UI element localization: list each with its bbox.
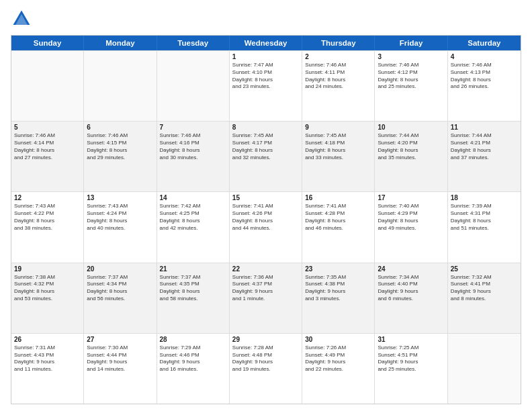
cal-header-tuesday: Tuesday: [157, 36, 230, 50]
cal-cell-day-9: 9Sunrise: 7:45 AM Sunset: 4:18 PM Daylig…: [302, 122, 375, 191]
day-info: Sunrise: 7:45 AM Sunset: 4:17 PM Dayligh…: [232, 132, 299, 161]
day-info: Sunrise: 7:26 AM Sunset: 4:49 PM Dayligh…: [305, 345, 371, 373]
day-info: Sunrise: 7:31 AM Sunset: 4:43 PM Dayligh…: [14, 345, 81, 373]
cal-cell-day-16: 16Sunrise: 7:41 AM Sunset: 4:28 PM Dayli…: [302, 192, 375, 262]
cal-cell-day-28: 28Sunrise: 7:29 AM Sunset: 4:46 PM Dayli…: [157, 334, 230, 404]
cal-cell-day-12: 12Sunrise: 7:43 AM Sunset: 4:22 PM Dayli…: [11, 192, 84, 262]
cal-cell-day-15: 15Sunrise: 7:41 AM Sunset: 4:26 PM Dayli…: [230, 192, 302, 262]
day-number: 31: [378, 336, 444, 343]
cal-week-2: 5Sunrise: 7:46 AM Sunset: 4:14 PM Daylig…: [11, 121, 521, 191]
day-number: 2: [305, 53, 371, 60]
day-info: Sunrise: 7:37 AM Sunset: 4:35 PM Dayligh…: [160, 274, 226, 303]
day-number: 7: [160, 124, 226, 131]
cal-cell-day-19: 19Sunrise: 7:38 AM Sunset: 4:32 PM Dayli…: [11, 263, 84, 333]
day-number: 17: [378, 194, 444, 201]
logo-icon: [11, 8, 32, 30]
cal-header-sunday: Sunday: [11, 36, 84, 50]
day-number: 23: [305, 265, 371, 273]
cal-week-1: 1Sunrise: 7:47 AM Sunset: 4:10 PM Daylig…: [11, 50, 521, 121]
day-info: Sunrise: 7:45 AM Sunset: 4:18 PM Dayligh…: [305, 132, 371, 161]
day-number: 3: [378, 53, 444, 60]
day-info: Sunrise: 7:39 AM Sunset: 4:31 PM Dayligh…: [451, 203, 518, 232]
day-info: Sunrise: 7:47 AM Sunset: 4:10 PM Dayligh…: [232, 62, 299, 91]
cal-cell-day-14: 14Sunrise: 7:42 AM Sunset: 4:25 PM Dayli…: [157, 192, 230, 262]
day-number: 4: [451, 53, 518, 60]
day-info: Sunrise: 7:37 AM Sunset: 4:34 PM Dayligh…: [87, 274, 153, 303]
day-number: 25: [451, 265, 518, 273]
cal-week-5: 26Sunrise: 7:31 AM Sunset: 4:43 PM Dayli…: [11, 333, 521, 404]
cal-cell-day-1: 1Sunrise: 7:47 AM Sunset: 4:10 PM Daylig…: [230, 51, 302, 121]
cal-header-wednesday: Wednesday: [230, 36, 302, 50]
day-number: 5: [14, 124, 81, 131]
cal-cell-empty: [448, 334, 521, 404]
cal-cell-day-18: 18Sunrise: 7:39 AM Sunset: 4:31 PM Dayli…: [448, 192, 521, 262]
day-number: 11: [451, 124, 518, 131]
cal-cell-day-31: 31Sunrise: 7:25 AM Sunset: 4:51 PM Dayli…: [375, 334, 447, 404]
day-info: Sunrise: 7:43 AM Sunset: 4:24 PM Dayligh…: [87, 203, 153, 232]
day-number: 15: [232, 194, 299, 201]
day-info: Sunrise: 7:34 AM Sunset: 4:40 PM Dayligh…: [378, 274, 444, 303]
day-number: 12: [14, 194, 81, 201]
cal-cell-day-27: 27Sunrise: 7:30 AM Sunset: 4:44 PM Dayli…: [84, 334, 157, 404]
cal-cell-day-26: 26Sunrise: 7:31 AM Sunset: 4:43 PM Dayli…: [11, 334, 84, 404]
cal-cell-day-21: 21Sunrise: 7:37 AM Sunset: 4:35 PM Dayli…: [157, 263, 230, 333]
cal-cell-day-24: 24Sunrise: 7:34 AM Sunset: 4:40 PM Dayli…: [375, 263, 447, 333]
day-number: 10: [378, 124, 444, 131]
day-number: 26: [14, 336, 81, 343]
cal-cell-day-30: 30Sunrise: 7:26 AM Sunset: 4:49 PM Dayli…: [302, 334, 375, 404]
day-number: 27: [87, 336, 153, 343]
cal-header-saturday: Saturday: [448, 36, 521, 50]
calendar-header-row: SundayMondayTuesdayWednesdayThursdayFrid…: [11, 36, 521, 50]
day-info: Sunrise: 7:25 AM Sunset: 4:51 PM Dayligh…: [378, 345, 444, 373]
cal-cell-day-5: 5Sunrise: 7:46 AM Sunset: 4:14 PM Daylig…: [11, 122, 84, 191]
day-number: 24: [378, 265, 444, 273]
day-info: Sunrise: 7:46 AM Sunset: 4:13 PM Dayligh…: [451, 62, 518, 91]
header: [11, 8, 521, 30]
cal-week-3: 12Sunrise: 7:43 AM Sunset: 4:22 PM Dayli…: [11, 191, 521, 262]
day-info: Sunrise: 7:42 AM Sunset: 4:25 PM Dayligh…: [160, 203, 226, 232]
cal-header-monday: Monday: [84, 36, 157, 50]
day-info: Sunrise: 7:46 AM Sunset: 4:16 PM Dayligh…: [160, 132, 226, 161]
day-info: Sunrise: 7:36 AM Sunset: 4:37 PM Dayligh…: [232, 274, 299, 303]
calendar: SundayMondayTuesdayWednesdayThursdayFrid…: [11, 35, 521, 404]
cal-cell-day-8: 8Sunrise: 7:45 AM Sunset: 4:17 PM Daylig…: [230, 122, 302, 191]
cal-cell-day-25: 25Sunrise: 7:32 AM Sunset: 4:41 PM Dayli…: [448, 263, 521, 333]
cal-cell-empty: [11, 51, 84, 121]
day-info: Sunrise: 7:29 AM Sunset: 4:46 PM Dayligh…: [160, 345, 226, 373]
day-number: 28: [160, 336, 226, 343]
day-number: 18: [451, 194, 518, 201]
cal-cell-day-4: 4Sunrise: 7:46 AM Sunset: 4:13 PM Daylig…: [448, 51, 521, 121]
day-number: 19: [14, 265, 81, 273]
day-number: 22: [232, 265, 299, 273]
day-number: 1: [232, 53, 299, 60]
day-number: 8: [232, 124, 299, 131]
day-number: 9: [305, 124, 371, 131]
day-info: Sunrise: 7:44 AM Sunset: 4:21 PM Dayligh…: [451, 132, 518, 161]
cal-header-friday: Friday: [375, 36, 447, 50]
day-info: Sunrise: 7:44 AM Sunset: 4:20 PM Dayligh…: [378, 132, 444, 161]
day-info: Sunrise: 7:38 AM Sunset: 4:32 PM Dayligh…: [14, 274, 81, 303]
day-info: Sunrise: 7:46 AM Sunset: 4:15 PM Dayligh…: [87, 132, 153, 161]
cal-cell-empty: [157, 51, 230, 121]
day-number: 30: [305, 336, 371, 343]
day-info: Sunrise: 7:40 AM Sunset: 4:29 PM Dayligh…: [378, 203, 444, 232]
day-number: 14: [160, 194, 226, 201]
calendar-body: 1Sunrise: 7:47 AM Sunset: 4:10 PM Daylig…: [11, 50, 521, 404]
cal-cell-day-29: 29Sunrise: 7:28 AM Sunset: 4:48 PM Dayli…: [230, 334, 302, 404]
cal-cell-day-23: 23Sunrise: 7:35 AM Sunset: 4:38 PM Dayli…: [302, 263, 375, 333]
cal-cell-day-17: 17Sunrise: 7:40 AM Sunset: 4:29 PM Dayli…: [375, 192, 447, 262]
day-number: 16: [305, 194, 371, 201]
cal-cell-day-10: 10Sunrise: 7:44 AM Sunset: 4:20 PM Dayli…: [375, 122, 447, 191]
cal-cell-day-6: 6Sunrise: 7:46 AM Sunset: 4:15 PM Daylig…: [84, 122, 157, 191]
day-info: Sunrise: 7:32 AM Sunset: 4:41 PM Dayligh…: [451, 274, 518, 303]
day-number: 21: [160, 265, 226, 273]
day-info: Sunrise: 7:41 AM Sunset: 4:26 PM Dayligh…: [232, 203, 299, 232]
cal-cell-day-20: 20Sunrise: 7:37 AM Sunset: 4:34 PM Dayli…: [84, 263, 157, 333]
day-info: Sunrise: 7:30 AM Sunset: 4:44 PM Dayligh…: [87, 345, 153, 373]
cal-cell-day-13: 13Sunrise: 7:43 AM Sunset: 4:24 PM Dayli…: [84, 192, 157, 262]
day-info: Sunrise: 7:41 AM Sunset: 4:28 PM Dayligh…: [305, 203, 371, 232]
day-info: Sunrise: 7:28 AM Sunset: 4:48 PM Dayligh…: [232, 345, 299, 373]
day-info: Sunrise: 7:46 AM Sunset: 4:14 PM Dayligh…: [14, 132, 81, 161]
day-number: 6: [87, 124, 153, 131]
day-info: Sunrise: 7:43 AM Sunset: 4:22 PM Dayligh…: [14, 203, 81, 232]
